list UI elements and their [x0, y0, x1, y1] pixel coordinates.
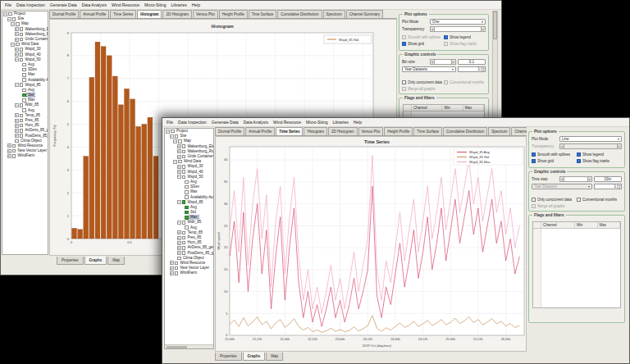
only-concurrent-checkbox[interactable] [402, 80, 406, 84]
tree-checkbox-wspd85[interactable] [182, 200, 186, 204]
tree-checkbox-wind-data[interactable] [178, 160, 182, 164]
tree-expander-icon[interactable]: + [15, 129, 19, 133]
menu-item-wind-resource[interactable]: Wind Resource [109, 1, 142, 9]
merge-graphs-checkbox[interactable] [402, 87, 406, 91]
tree-expander-icon[interactable]: + [177, 246, 181, 250]
tab-histogram[interactable]: Histogram [304, 127, 327, 135]
tree-checkbox-wspd-50[interactable] [182, 175, 186, 180]
row-selector[interactable] [533, 229, 541, 307]
tree-checkbox-site[interactable] [12, 17, 16, 21]
bin-size-input[interactable]: 0.1 [458, 59, 486, 65]
slider-track[interactable] [435, 26, 481, 32]
tree-checkbox-wind-data[interactable] [16, 43, 20, 47]
plot-mode-select[interactable]: One ▾ [430, 19, 486, 25]
tree-expander-icon[interactable]: + [170, 266, 174, 271]
tree-expander-icon[interactable]: + [7, 149, 11, 153]
tree-checkbox-wind-resource[interactable] [175, 262, 179, 266]
tree-expander-icon[interactable]: – [11, 43, 15, 47]
tree-checkbox-wspd-50[interactable] [20, 58, 24, 62]
tree-checkbox-wdir85-avg[interactable] [22, 108, 26, 112]
tree-expander-icon[interactable]: + [170, 271, 174, 275]
menu-item-micro-siting[interactable]: Micro-Siting [304, 118, 330, 126]
tree-checkbox-hum-85[interactable] [20, 124, 24, 128]
tab-height-profile[interactable]: Height Profile [384, 127, 413, 135]
page-tab-graphs[interactable]: Graphs [84, 257, 107, 265]
tree-item-new-vector-layer[interactable]: +New Vector Layer [165, 266, 213, 271]
menu-item-file[interactable]: File [164, 118, 176, 126]
tree-expander-icon[interactable]: + [177, 251, 181, 255]
year-count-spinner[interactable]: 1 ▴▾ [594, 184, 622, 189]
tree-expander-icon[interactable]: + [15, 32, 19, 36]
tab-time-surface[interactable]: Time Surface [413, 127, 442, 135]
smooth-splines-checkbox[interactable] [532, 152, 536, 157]
tree-checkbox-wspd-30[interactable] [182, 165, 186, 169]
tab-2d-histogram[interactable]: 2D Histogram [328, 127, 358, 135]
tree-checkbox-project[interactable] [171, 130, 175, 134]
tree-expander-icon[interactable]: + [15, 119, 19, 123]
tree-checkbox-new-vector-layer[interactable] [12, 149, 16, 153]
tree-expander-icon[interactable]: + [15, 38, 19, 42]
menu-item-data-inspection[interactable]: Data Inspection [14, 1, 48, 9]
tree-checkbox-wspd50-avg[interactable] [22, 63, 26, 67]
conventional-months-checkbox[interactable] [444, 80, 448, 84]
tree-expander-icon[interactable]: – [15, 83, 19, 87]
tree-checkbox-windfarm[interactable] [175, 271, 179, 275]
tree-checkbox-map[interactable] [16, 22, 20, 26]
tree-checkbox-airdens-85-gen[interactable] [182, 246, 186, 250]
tree-checkbox-wspd50-availability[interactable] [185, 195, 189, 199]
tree-checkbox-powdens-85-gen[interactable] [20, 134, 24, 138]
tree-checkbox-wspd85[interactable] [20, 83, 24, 87]
tree-expander-icon[interactable]: + [15, 124, 19, 128]
tab-diurnal-profile[interactable]: Diurnal Profile [49, 10, 79, 18]
tree-checkbox-wspd50-sdev[interactable] [185, 185, 189, 189]
tree-checkbox-wspd50-availability[interactable] [22, 78, 26, 82]
tree-expander-icon[interactable]: + [7, 143, 11, 148]
tree-item-new-vector-layer[interactable]: +New Vector Layer [2, 148, 48, 153]
tree-expander-icon[interactable]: – [177, 175, 181, 179]
stepper-right-arrow-icon[interactable]: ▸ [451, 59, 456, 65]
page-tab-graphs[interactable]: Graphs [243, 353, 266, 361]
tree-checkbox-wdir-85[interactable] [20, 103, 24, 107]
tree-expander-icon[interactable]: – [15, 57, 19, 61]
tree-item-wind-resource[interactable]: +Wind Resource [2, 143, 48, 148]
menu-item-micro-siting[interactable]: Micro-Siting [142, 1, 168, 9]
smooth-splines-checkbox[interactable] [402, 35, 406, 39]
tree-expander-icon[interactable]: + [177, 155, 181, 159]
tab-spectrum[interactable]: Spectrum [323, 10, 345, 18]
stepper-right-arrow-icon[interactable]: ▸ [587, 176, 592, 182]
tree-item-windfarm[interactable]: +WindFarm [165, 271, 213, 275]
tree-checkbox-walsenburg-elevation[interactable] [20, 27, 24, 31]
tree-checkbox-airdens-85-gen[interactable] [20, 129, 24, 133]
tree-checkbox-wspd50-sdev[interactable] [22, 68, 26, 72]
scrollbar-thumb[interactable] [167, 346, 187, 348]
bin-size-stepper[interactable]: ◂ ▸ [430, 59, 456, 65]
year-datasets-select[interactable]: Year Datasets ▾ [402, 66, 456, 72]
menu-item-help[interactable]: Help [189, 1, 203, 9]
menu-item-data-analysis[interactable]: Data Analysis [241, 118, 271, 126]
tree-item-wind-resource[interactable]: +Wind Resource [165, 261, 213, 266]
tree-checkbox-temp-85[interactable] [182, 231, 186, 235]
tree-checkbox-walsenburg-elevation[interactable] [182, 144, 186, 148]
show-legend-checkbox[interactable] [444, 35, 448, 39]
menu-item-generate-data[interactable]: Generate Data [48, 1, 80, 9]
tree-checkbox-wspd85-std[interactable] [22, 93, 26, 98]
tab-annual-profile[interactable]: Annual Profile [80, 10, 109, 18]
tree-checkbox-wdir85-avg[interactable] [185, 225, 189, 230]
menu-item-help[interactable]: Help [351, 118, 364, 126]
tree-checkbox-wspd50-max[interactable] [22, 73, 26, 77]
menu-item-file[interactable]: File [2, 1, 14, 9]
scrollbar-thumb[interactable] [493, 11, 497, 39]
menu-item-libraries[interactable]: Libraries [331, 118, 351, 126]
tab-cumulative-distribution[interactable]: Cumulative Distribution [443, 127, 487, 135]
project-tree[interactable]: –Project–Site–Map+Walsenburg_ElevationM+… [164, 128, 214, 349]
tab-time-series[interactable]: Time Series [110, 10, 136, 18]
tree-checkbox-new-vector-layer[interactable] [175, 266, 179, 271]
tree-checkbox-walsenburg-roughness[interactable] [20, 33, 24, 37]
tree-expander-icon[interactable]: + [177, 170, 181, 174]
tree-expander-icon[interactable]: – [166, 130, 170, 134]
tree-expander-icon[interactable]: – [177, 221, 181, 225]
tab-annual-profile[interactable]: Annual Profile [245, 127, 275, 135]
show-legend-checkbox[interactable] [577, 152, 581, 157]
project-tree[interactable]: –Project–Site–Map+Walsenburg_ElevationM+… [2, 11, 48, 255]
time-step-input[interactable]: 10m [594, 176, 622, 182]
